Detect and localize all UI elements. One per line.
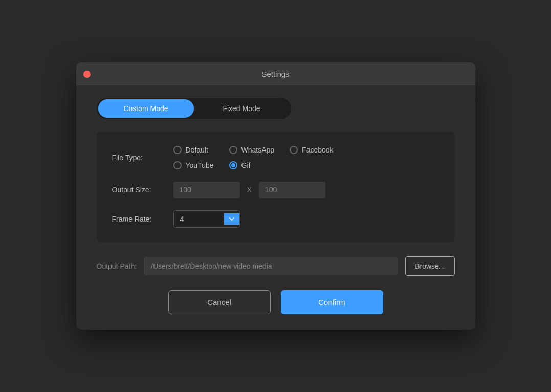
close-button[interactable] <box>83 71 91 78</box>
radio-whatsapp[interactable]: WhatsApp <box>229 146 275 154</box>
mode-tabs: Custom Mode Fixed Mode <box>97 98 291 119</box>
radio-circle-facebook <box>290 146 298 154</box>
radio-circle-gif <box>229 161 237 169</box>
frame-rate-value: 4 <box>174 211 224 227</box>
size-separator: X <box>247 186 252 194</box>
radio-circle-whatsapp <box>229 146 237 154</box>
radio-label-youtube: YouTube <box>186 161 214 169</box>
custom-mode-tab[interactable]: Custom Mode <box>98 99 194 118</box>
height-input[interactable] <box>259 182 325 198</box>
radio-facebook[interactable]: Facebook <box>290 146 333 154</box>
radio-circle-youtube <box>173 161 182 169</box>
width-input[interactable] <box>173 182 240 198</box>
radio-label-whatsapp: WhatsApp <box>241 146 275 154</box>
frame-rate-label: Frame Rate: <box>112 215 173 223</box>
dialog-body: Custom Mode Fixed Mode File Type: Defaul… <box>76 85 475 330</box>
output-size-row: Output Size: X <box>112 182 439 198</box>
radio-label-gif: Gif <box>241 161 251 169</box>
action-buttons: Cancel Confirm <box>97 290 455 314</box>
frame-rate-row: Frame Rate: 4 <box>112 210 439 228</box>
file-type-label: File Type: <box>112 154 173 162</box>
output-path-label: Output Path: <box>97 262 137 270</box>
browse-button[interactable]: Browse... <box>405 256 454 276</box>
title-bar: Settings <box>76 62 475 85</box>
output-path-input[interactable] <box>144 257 398 275</box>
fixed-mode-tab[interactable]: Fixed Mode <box>194 99 290 118</box>
radio-gif[interactable]: Gif <box>229 161 275 169</box>
size-inputs: X <box>173 182 325 198</box>
file-type-options: Default WhatsApp Facebook <box>173 146 334 169</box>
frame-rate-arrow-button[interactable] <box>224 213 239 225</box>
chevron-down-icon <box>229 217 234 221</box>
radio-default[interactable]: Default <box>173 146 214 154</box>
output-size-label: Output Size: <box>112 186 173 194</box>
radio-youtube[interactable]: YouTube <box>173 161 214 169</box>
output-path-row: Output Path: Browse... <box>97 256 455 276</box>
settings-dialog: Settings Custom Mode Fixed Mode File Typ… <box>76 62 475 330</box>
radio-label-default: Default <box>186 146 208 154</box>
confirm-button[interactable]: Confirm <box>281 290 383 314</box>
cancel-button[interactable]: Cancel <box>168 290 271 314</box>
frame-rate-dropdown[interactable]: 4 <box>173 210 240 228</box>
radio-circle-default <box>173 146 182 154</box>
dialog-title: Settings <box>261 70 289 78</box>
settings-panel: File Type: Default WhatsApp <box>97 132 455 242</box>
file-type-row: File Type: Default WhatsApp <box>112 146 439 169</box>
radio-label-facebook: Facebook <box>302 146 333 154</box>
